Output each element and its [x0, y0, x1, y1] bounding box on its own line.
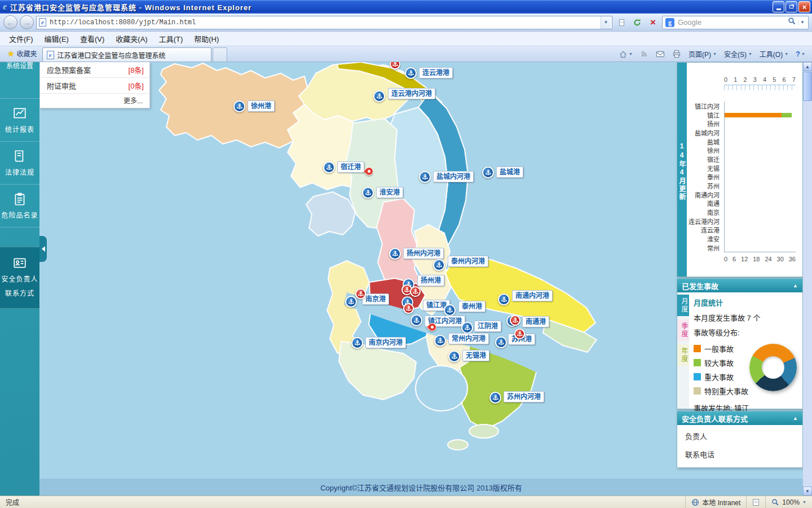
port-label[interactable]: 南通内河港 — [512, 290, 553, 301]
port-label[interactable]: 淮安港 — [376, 187, 403, 198]
minimize-button[interactable] — [773, 1, 784, 12]
search-input[interactable] — [678, 18, 788, 27]
refresh-button[interactable] — [630, 16, 644, 29]
scrollbar-thumb[interactable] — [803, 72, 812, 101]
port-anchor-marker[interactable] — [233, 100, 245, 112]
feeds-button[interactable] — [640, 50, 648, 58]
port-anchor-marker[interactable] — [389, 248, 401, 260]
port-label[interactable]: 南京港 — [362, 294, 389, 305]
toolbar-button[interactable]: 页面(P)▼ — [689, 49, 717, 59]
port-label[interactable]: 苏州内河港 — [504, 391, 544, 402]
quick-panel-more[interactable]: 更多... — [40, 94, 149, 108]
menu-item[interactable]: 查看(V) — [74, 32, 110, 46]
print-button[interactable] — [672, 50, 681, 58]
tab-active[interactable]: e 江苏省港口安全监管与应急管理系统 — [42, 47, 211, 62]
port-anchor-marker[interactable] — [482, 167, 494, 178]
port-anchor-marker[interactable] — [434, 335, 446, 347]
port-label[interactable]: 扬州港 — [417, 275, 444, 286]
menu-item[interactable]: 编辑(E) — [39, 32, 74, 46]
port-label[interactable]: 无锡港 — [462, 350, 489, 361]
port-anchor-marker[interactable] — [448, 351, 460, 362]
stop-button[interactable]: × — [646, 16, 660, 29]
mail-button[interactable] — [656, 50, 665, 58]
help-button[interactable]: ? ▼ — [796, 50, 805, 58]
port-label[interactable]: 泰州内河港 — [448, 256, 488, 267]
port-anchor-marker[interactable] — [433, 259, 445, 271]
search-box[interactable]: g ▼ — [662, 16, 809, 29]
sidebar-item-dangerous-goods[interactable]: 危险品名录 — [0, 185, 39, 227]
port-anchor-marker[interactable] — [495, 336, 507, 348]
sidebar-item-laws[interactable]: 法律法规 — [0, 142, 39, 185]
restore-button[interactable] — [785, 1, 797, 12]
chart-category-label: 常州 — [688, 243, 722, 252]
tab-new[interactable] — [213, 47, 227, 62]
quick-panel-row[interactable]: 应急预案备案[8条] — [40, 62, 149, 78]
scroll-up-icon[interactable]: ▲ — [803, 62, 812, 71]
port-anchor-marker[interactable] — [362, 187, 374, 199]
vertical-scrollbar[interactable]: ▲ ▼ — [803, 62, 812, 496]
search-icon[interactable] — [788, 17, 796, 28]
scroll-down-icon[interactable]: ▼ — [803, 487, 812, 496]
accident-port-marker[interactable] — [410, 286, 421, 297]
accident-port-marker[interactable] — [355, 288, 366, 299]
accident-port-marker[interactable] — [514, 329, 525, 339]
port-anchor-marker[interactable] — [351, 337, 363, 349]
zoom-control[interactable]: 100% ▼ — [765, 496, 812, 508]
port-label[interactable]: 连云港港 — [419, 67, 453, 78]
close-button[interactable]: × — [798, 1, 810, 12]
port-label[interactable]: 盐城港 — [496, 167, 523, 178]
menu-item[interactable]: 文件(F) — [3, 32, 39, 46]
menu-item[interactable]: 帮助(H) — [188, 32, 224, 46]
port-label[interactable]: 常州内河港 — [448, 333, 489, 344]
address-dropdown-icon[interactable]: ▼ — [601, 16, 611, 29]
search-dropdown-icon[interactable]: ▼ — [798, 20, 806, 25]
toolbar-button[interactable]: 工具(O)▼ — [760, 49, 788, 59]
collapse-chevron-icon[interactable]: ▲ — [793, 415, 798, 421]
sidebar-item-partial[interactable]: 系统设置 — [0, 62, 39, 69]
menu-item[interactable]: 工具(T) — [153, 32, 189, 46]
forward-button[interactable]: → — [20, 15, 34, 29]
port-anchor-marker[interactable] — [411, 314, 422, 326]
sidebar-collapse-handle[interactable] — [39, 236, 47, 262]
port-label[interactable]: 南京内河港 — [365, 337, 406, 348]
zoom-dropdown-icon[interactable]: ▼ — [802, 500, 806, 504]
port-anchor-marker[interactable] — [498, 294, 510, 305]
accident-panel-header[interactable]: 已发生事故 ▲ — [677, 279, 802, 292]
sidebar-item-stats-report[interactable]: 统计报表 — [0, 99, 39, 142]
toolbar-button[interactable]: 安全(S)▼ — [724, 49, 752, 59]
location-pin-icon[interactable] — [363, 165, 375, 177]
menu-item[interactable]: 收藏夹(A) — [110, 32, 153, 46]
port-label[interactable]: 南通港 — [522, 316, 549, 327]
port-label[interactable]: 连云港内河港 — [388, 88, 435, 99]
favorites-button[interactable]: ★ 收藏夹 — [2, 46, 42, 62]
port-anchor-marker[interactable] — [345, 296, 357, 308]
accident-tab[interactable]: 年度 — [677, 344, 689, 366]
contact-panel-header[interactable]: 安全负责人联系方式 ▲ — [677, 411, 802, 425]
accident-tab[interactable]: 月度 — [677, 295, 689, 316]
url-input[interactable] — [50, 19, 601, 27]
port-label[interactable]: 宿迁港 — [337, 161, 364, 173]
port-label[interactable]: 徐州港 — [248, 100, 275, 112]
port-label[interactable]: 江阴港 — [474, 321, 501, 332]
home-button[interactable]: ▼ — [619, 50, 633, 59]
port-anchor-marker[interactable] — [461, 322, 473, 334]
port-anchor-marker[interactable] — [323, 161, 335, 173]
accident-tab[interactable]: 季度 — [677, 319, 689, 341]
address-field[interactable]: e ▼ — [36, 16, 612, 29]
port-label[interactable]: 扬州内河港 — [403, 248, 444, 259]
quick-panel-row[interactable]: 附证审批[0条] — [40, 78, 149, 94]
port-label[interactable]: 盐城内河港 — [433, 171, 474, 182]
compatibility-view-button[interactable] — [615, 16, 628, 29]
port-anchor-marker[interactable] — [489, 392, 501, 404]
port-anchor-marker[interactable] — [405, 67, 417, 79]
accident-port-marker[interactable] — [510, 315, 520, 326]
accident-port-marker[interactable] — [390, 62, 400, 69]
port-label[interactable]: 泰州港 — [458, 301, 486, 312]
back-button[interactable]: ← — [3, 15, 17, 29]
sidebar-item-safety-contact[interactable]: 安全负责人联系方式 — [0, 247, 39, 309]
port-anchor-marker[interactable] — [373, 90, 385, 102]
accident-port-marker[interactable] — [403, 303, 414, 314]
port-anchor-marker[interactable] — [419, 171, 431, 183]
port-anchor-marker[interactable] — [444, 304, 456, 316]
collapse-chevron-icon[interactable]: ▲ — [793, 283, 798, 288]
